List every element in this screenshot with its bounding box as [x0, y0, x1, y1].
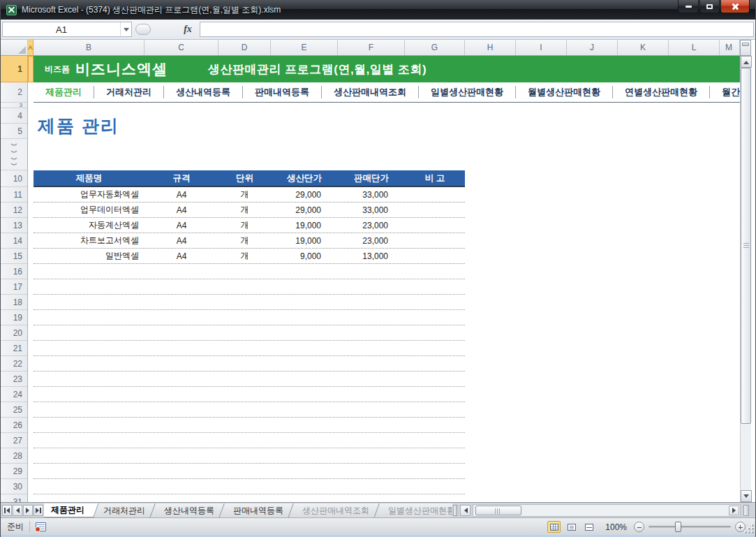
sheet-tab[interactable]: 생산판매내역조회 [288, 503, 384, 518]
table-row[interactable]: 차트보고서엑셀 A4 개 19,000 23,000 [34, 233, 465, 249]
nav-menu-item[interactable]: 월별생산판매현황 [515, 86, 612, 98]
row-header[interactable]: 26 [1, 418, 27, 433]
minimize-button[interactable] [678, 0, 699, 13]
row-header[interactable]: 27 [1, 433, 27, 448]
column-header[interactable]: F [338, 40, 405, 55]
zoom-out-button[interactable] [634, 522, 644, 532]
sheet-tab[interactable]: 일별생산판매현황 [373, 503, 452, 518]
zoom-slider[interactable] [648, 526, 731, 528]
row-header[interactable]: 3 [1, 103, 27, 108]
cell-sale-price[interactable]: 33,000 [338, 190, 405, 200]
hscroll-right-button[interactable] [729, 506, 739, 515]
nav-menu-item[interactable]: 생산내역등록 [163, 86, 242, 98]
last-sheet-button[interactable] [34, 505, 43, 516]
cell-unit[interactable]: 개 [218, 219, 271, 231]
vertical-scrollbar-thumb[interactable] [741, 68, 751, 424]
scroll-up-button[interactable] [741, 56, 752, 68]
column-header[interactable]: K [618, 40, 669, 55]
column-header[interactable]: D [218, 40, 271, 55]
horizontal-scrollbar[interactable] [473, 504, 741, 517]
cell-unit[interactable]: 개 [218, 204, 271, 216]
row-header[interactable]: 25 [1, 402, 27, 418]
sheet-tab[interactable]: 제품관리 [44, 503, 99, 517]
column-header[interactable]: E [271, 40, 338, 55]
nav-menu-item[interactable]: 거래처관리 [94, 86, 163, 98]
formula-bar-collapse-button[interactable] [135, 24, 151, 35]
cell-spec[interactable]: A4 [144, 221, 218, 230]
table-row[interactable]: 업무자동화엑셀 A4 개 29,000 33,000 [34, 187, 465, 203]
cell-product-name[interactable]: 업무데이터엑셀 [34, 204, 144, 216]
row-header[interactable]: 20 [1, 325, 27, 341]
nav-menu-item[interactable]: 월간재고현황 [709, 86, 740, 98]
next-sheet-button[interactable] [23, 505, 33, 516]
close-button[interactable] [720, 0, 750, 13]
cell-unit[interactable]: 개 [218, 189, 271, 200]
vertical-split-handle[interactable] [740, 40, 751, 56]
scroll-down-button[interactable] [741, 490, 752, 502]
cell-product-name[interactable]: 일반엑셀 [34, 250, 144, 262]
nav-menu-item[interactable]: 제품관리 [34, 86, 94, 98]
table-row[interactable]: 자동계산엑셀 A4 개 19,000 23,000 [34, 218, 465, 233]
horizontal-scrollbar-thumb[interactable] [475, 506, 521, 515]
column-header[interactable]: A [28, 40, 34, 55]
cell-unit[interactable]: 개 [218, 235, 271, 247]
nav-menu-item[interactable]: 연별생산판매현황 [612, 86, 709, 98]
row-header[interactable]: 16 [1, 264, 27, 279]
nav-menu-item[interactable]: 생산판매내역조회 [321, 86, 418, 98]
row-header[interactable]: 29 [1, 464, 27, 479]
cell-production-price[interactable]: 9,000 [271, 251, 338, 261]
row-header[interactable]: 1 [1, 56, 27, 82]
row-header[interactable]: 30 [1, 479, 27, 494]
select-all-corner[interactable] [1, 40, 28, 55]
cell-production-price[interactable]: 29,000 [271, 205, 338, 215]
zoom-slider-thumb[interactable] [675, 522, 681, 532]
row-header[interactable]: 19 [1, 310, 27, 325]
hscroll-left-button[interactable] [460, 505, 470, 516]
cell-production-price[interactable]: 19,000 [271, 236, 338, 246]
insert-function-button[interactable]: fx [180, 24, 195, 35]
column-header[interactable]: G [405, 40, 465, 55]
page-layout-view-button[interactable] [565, 521, 578, 533]
row-header[interactable]: 28 [1, 448, 27, 464]
cell-product-name[interactable]: 업무자동화엑셀 [34, 189, 144, 200]
nav-menu-item[interactable]: 일별생산판매현황 [418, 86, 515, 98]
page-break-view-button[interactable] [582, 521, 595, 533]
cell-spec[interactable]: A4 [144, 205, 218, 215]
cell-product-name[interactable]: 자동계산엑셀 [34, 219, 144, 231]
column-header[interactable]: H [465, 40, 516, 55]
name-box-dropdown-icon[interactable] [120, 22, 131, 36]
cell-sale-price[interactable]: 33,000 [338, 205, 405, 215]
row-header[interactable]: 13 [1, 218, 27, 233]
column-header[interactable]: I [516, 40, 567, 55]
prev-sheet-button[interactable] [13, 505, 22, 516]
tab-scrollbar-splitter[interactable] [453, 505, 457, 516]
table-row[interactable]: 업무데이터엑셀 A4 개 29,000 33,000 [34, 203, 465, 218]
cell-sale-price[interactable]: 13,000 [338, 251, 405, 261]
cell-spec[interactable]: A4 [144, 190, 218, 200]
tab-area-resize-handle[interactable] [743, 505, 749, 516]
cell-product-name[interactable]: 차트보고서엑셀 [34, 235, 144, 247]
window-resize-grip[interactable] [744, 524, 754, 534]
name-box[interactable]: A1 [2, 22, 132, 37]
row-header[interactable]: 11 [1, 187, 27, 203]
row-header[interactable]: 22 [1, 356, 27, 372]
column-header[interactable]: L [669, 40, 720, 55]
column-header[interactable]: J [567, 40, 618, 55]
column-header[interactable]: C [144, 40, 218, 55]
sheet-tab[interactable]: 생산내역등록 [149, 503, 229, 518]
cell-production-price[interactable]: 29,000 [271, 190, 338, 200]
table-row[interactable]: 일반엑셀 A4 개 9,000 13,000 [34, 249, 465, 264]
row-header[interactable]: 31 [1, 494, 27, 502]
cell-sale-price[interactable]: 23,000 [338, 221, 405, 230]
selected-cell-a1[interactable] [28, 56, 34, 82]
row-header[interactable]: 15 [1, 249, 27, 264]
row-header[interactable]: 23 [1, 372, 27, 387]
nav-menu-item[interactable]: 판매내역등록 [242, 86, 321, 98]
column-header[interactable]: B [34, 40, 144, 55]
maximize-button[interactable] [699, 0, 720, 13]
row-header[interactable]: 24 [1, 387, 27, 402]
row-header[interactable]: 17 [1, 279, 27, 295]
row-header[interactable]: 5 [1, 124, 27, 139]
cell-sale-price[interactable]: 23,000 [338, 236, 405, 246]
sheet-tab[interactable]: 거래처관리 [89, 503, 160, 518]
